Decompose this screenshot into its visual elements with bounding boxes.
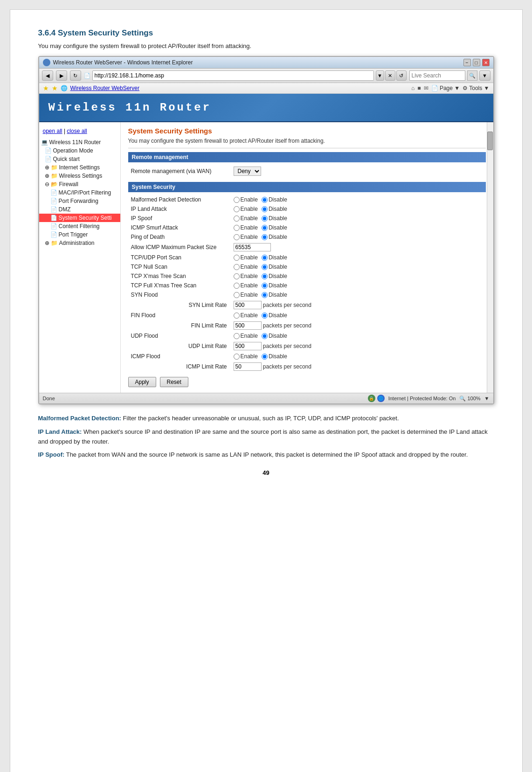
enable-radio[interactable] — [234, 333, 240, 339]
remote-management-label: Remote management (via WAN) — [128, 165, 231, 177]
disable-radio[interactable] — [262, 264, 268, 270]
enable-radio[interactable] — [234, 255, 240, 261]
disable-radio[interactable] — [262, 225, 268, 231]
udp-limit-label: UDP Limit Rate — [128, 341, 231, 352]
disable-radio[interactable] — [262, 283, 268, 289]
sidebar-item-router[interactable]: 💻 Wireless 11N Router — [39, 138, 120, 146]
enable-radio[interactable] — [234, 197, 240, 203]
disable-radio[interactable] — [262, 206, 268, 212]
tools-label[interactable]: ⚙ Tools ▼ — [463, 85, 489, 91]
sidebar-item-port-trigger[interactable]: 📄 Port Trigger — [39, 230, 120, 239]
rss-icon: ■ — [417, 85, 421, 91]
fin-limit-label: FIN Limit Rate — [128, 320, 231, 331]
scrollbar[interactable] — [487, 122, 493, 393]
enable-radio[interactable] — [234, 283, 240, 289]
disable-radio[interactable] — [262, 292, 268, 298]
disable-radio[interactable] — [262, 273, 268, 279]
stop-button[interactable]: ✕ — [385, 70, 395, 81]
refresh-small[interactable]: ↺ — [396, 70, 407, 81]
udp-unit: packets per second — [263, 343, 311, 349]
page-label[interactable]: 📄 Page ▼ — [431, 85, 460, 91]
sidebar-item-system-security[interactable]: 📄 System Security Setti — [39, 214, 120, 222]
row-label: TCP X'mas Tree Scan — [128, 271, 231, 281]
sidebar-item-content-filter[interactable]: 📄 Content Filtering — [39, 222, 120, 230]
favorites-label[interactable]: Wireless Router WebServer — [70, 85, 140, 91]
sidebar-item-wireless[interactable]: ⊕ 📁 Wireless Settings — [39, 172, 120, 180]
browser-titlebar: Wireless Router WebServer - Windows Inte… — [39, 57, 493, 69]
disable-radio[interactable] — [262, 354, 268, 360]
refresh-button[interactable]: ↻ — [70, 70, 81, 81]
apply-button[interactable]: Apply — [128, 377, 156, 387]
disable-radio[interactable] — [262, 216, 268, 222]
table-row: Allow ICMP Maximum Packet Size — [128, 242, 486, 253]
sidebar-item-internet[interactable]: ⊕ 📁 Internet Settings — [39, 163, 120, 172]
close-button[interactable]: ✕ — [482, 59, 490, 66]
row-label: SYN Flood — [128, 290, 231, 299]
table-row: FIN Flood Enable Disable — [128, 311, 486, 320]
row-label: Allow ICMP Maximum Packet Size — [128, 242, 231, 253]
icmp-unit: packets per second — [263, 363, 311, 370]
enable-radio[interactable] — [234, 273, 240, 279]
address-input[interactable] — [92, 70, 374, 81]
sidebar-item-port-forward[interactable]: 📄 Port Forwarding — [39, 197, 120, 205]
zoom-level: 🔍 100% — [459, 396, 480, 402]
remote-management-select[interactable]: Deny — [234, 167, 261, 176]
syn-limit-label: SYN Limit Rate — [128, 299, 231, 311]
table-row: TCP Null Scan Enable Disable — [128, 262, 486, 271]
sidebar-item-admin[interactable]: ⊕ 📁 Administration — [39, 239, 120, 247]
sidebar-item-mac-filter[interactable]: 📄 MAC/IP/Port Filtering — [39, 188, 120, 197]
sidebar-item-firewall[interactable]: ⊖ 📂 Firewall — [39, 180, 120, 188]
search-button[interactable]: 🔍 — [467, 70, 477, 81]
minimize-button[interactable]: − — [463, 59, 471, 66]
icmp-max-packet-input[interactable] — [234, 243, 271, 251]
enable-radio[interactable] — [234, 216, 240, 222]
security-settings-table: Malformed Packet Detection Enable Disabl… — [128, 195, 486, 372]
disable-radio[interactable] — [262, 313, 268, 319]
desc-spoof: IP Spoof: The packet from WAN and the so… — [38, 450, 494, 460]
desc-malformed: Malformed Packet Detection: Filter the p… — [38, 414, 494, 424]
table-row: FIN Limit Rate packets per second — [128, 320, 486, 331]
disable-radio[interactable] — [262, 234, 268, 240]
enable-radio[interactable] — [234, 313, 240, 319]
sidebar-item-dmz[interactable]: 📄 DMZ — [39, 205, 120, 214]
browser-title: Wireless Router WebServer - Windows Inte… — [53, 59, 193, 66]
email-icon: ✉ — [424, 85, 428, 91]
table-row: UDP Flood Enable Disable — [128, 331, 486, 341]
disable-radio[interactable] — [262, 197, 268, 203]
sidebar-item-operation-mode[interactable]: 📄 Operation Mode — [39, 146, 120, 155]
enable-radio[interactable] — [234, 264, 240, 270]
udp-limit-input[interactable] — [234, 342, 262, 350]
search-input[interactable] — [409, 70, 465, 81]
enable-radio[interactable] — [234, 225, 240, 231]
forward-button[interactable]: ▶ — [56, 70, 67, 81]
icmp-limit-input[interactable] — [234, 362, 262, 371]
zoom-dropdown[interactable]: ▼ — [484, 396, 490, 401]
folder-icon3: 📂 — [51, 181, 58, 188]
system-security-bar: System Security — [128, 182, 486, 192]
syn-limit-input[interactable] — [234, 301, 262, 309]
page-tools: ⌂ ■ ✉ 📄 Page ▼ ⚙ Tools ▼ — [411, 85, 489, 91]
row-label: TCP/UDP Port Scan — [128, 253, 231, 262]
enable-radio[interactable] — [234, 354, 240, 360]
fin-limit-input[interactable] — [234, 321, 262, 330]
address-go[interactable]: ▼ — [376, 70, 384, 81]
back-button[interactable]: ◀ — [42, 70, 53, 81]
desc-text-land: When packet's source IP and destination … — [38, 428, 488, 445]
sidebar-item-quick-start[interactable]: 📄 Quick start — [39, 155, 120, 163]
status-right: 🔒 🌐 Internet | Protected Mode: On 🔍 100%… — [368, 395, 490, 402]
open-all-link[interactable]: open all — [43, 128, 62, 134]
search-dropdown[interactable]: ▼ — [479, 70, 491, 81]
favorites-star: ★ — [43, 84, 49, 92]
scrollbar-thumb[interactable] — [487, 132, 493, 150]
enable-radio[interactable] — [234, 292, 240, 298]
enable-radio[interactable] — [234, 234, 240, 240]
maximize-button[interactable]: □ — [473, 59, 480, 66]
radio-group: Enable Disable — [234, 353, 483, 360]
enable-radio[interactable] — [234, 206, 240, 212]
reset-button[interactable]: Reset — [160, 377, 188, 387]
close-all-link[interactable]: close all — [67, 128, 87, 134]
disable-radio[interactable] — [262, 255, 268, 261]
row-label: Malformed Packet Detection — [128, 195, 231, 204]
disable-radio[interactable] — [262, 333, 268, 339]
table-row: IP Spoof Enable Disable — [128, 214, 486, 223]
